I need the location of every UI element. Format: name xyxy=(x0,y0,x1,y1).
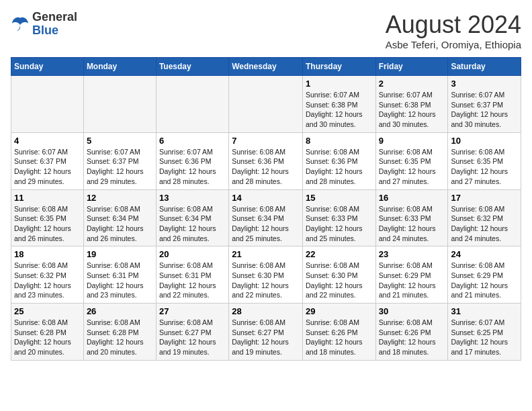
day-info: Sunrise: 6:07 AMSunset: 6:37 PMDaylight:… xyxy=(87,147,153,187)
title-block: August 2024 Asbe Teferi, Oromiya, Ethiop… xyxy=(386,11,521,50)
day-number: 19 xyxy=(87,249,153,259)
calendar-cell: 9Sunrise: 6:08 AMSunset: 6:35 PMDaylight… xyxy=(375,132,448,189)
day-number: 24 xyxy=(451,249,518,259)
day-info: Sunrise: 6:08 AMSunset: 6:29 PMDaylight:… xyxy=(379,261,445,300)
logo-general: General xyxy=(32,11,77,24)
day-info: Sunrise: 6:08 AMSunset: 6:27 PMDaylight:… xyxy=(232,318,300,357)
calendar-cell xyxy=(83,76,156,133)
day-info: Sunrise: 6:08 AMSunset: 6:28 PMDaylight:… xyxy=(87,318,153,357)
day-info: Sunrise: 6:08 AMSunset: 6:29 PMDaylight:… xyxy=(451,261,518,300)
day-number: 25 xyxy=(14,306,81,316)
location: Asbe Teferi, Oromiya, Ethiopia xyxy=(386,39,521,50)
logo-bird-icon xyxy=(11,15,30,34)
calendar-cell: 27Sunrise: 6:08 AMSunset: 6:27 PMDayligh… xyxy=(156,304,228,361)
day-number: 27 xyxy=(159,306,226,316)
day-number: 10 xyxy=(451,136,518,146)
day-number: 7 xyxy=(232,136,300,146)
day-number: 26 xyxy=(87,306,153,316)
calendar-cell: 21Sunrise: 6:08 AMSunset: 6:30 PMDayligh… xyxy=(229,246,303,304)
calendar-cell: 6Sunrise: 6:07 AMSunset: 6:36 PMDaylight… xyxy=(156,132,228,189)
calendar-cell: 14Sunrise: 6:08 AMSunset: 6:34 PMDayligh… xyxy=(229,189,303,246)
calendar-cell: 19Sunrise: 6:08 AMSunset: 6:31 PMDayligh… xyxy=(83,246,156,304)
day-number: 18 xyxy=(14,249,81,259)
calendar-cell: 29Sunrise: 6:08 AMSunset: 6:26 PMDayligh… xyxy=(302,304,375,361)
logo-text: General Blue xyxy=(32,11,77,38)
calendar-week-row: 4Sunrise: 6:07 AMSunset: 6:37 PMDaylight… xyxy=(11,132,521,189)
day-number: 29 xyxy=(306,306,373,316)
calendar-cell: 7Sunrise: 6:08 AMSunset: 6:36 PMDaylight… xyxy=(229,132,303,189)
calendar-cell: 10Sunrise: 6:08 AMSunset: 6:35 PMDayligh… xyxy=(448,132,521,189)
calendar-table: SundayMondayTuesdayWednesdayThursdayFrid… xyxy=(11,57,521,361)
day-info: Sunrise: 6:08 AMSunset: 6:35 PMDaylight:… xyxy=(14,204,81,244)
day-info: Sunrise: 6:08 AMSunset: 6:26 PMDaylight:… xyxy=(306,318,373,357)
day-info: Sunrise: 6:07 AMSunset: 6:37 PMDaylight:… xyxy=(451,90,518,130)
month-title: August 2024 xyxy=(386,11,521,39)
calendar-cell xyxy=(229,76,303,133)
day-number: 22 xyxy=(306,249,373,259)
day-info: Sunrise: 6:08 AMSunset: 6:32 PMDaylight:… xyxy=(14,261,81,300)
calendar-cell: 3Sunrise: 6:07 AMSunset: 6:37 PMDaylight… xyxy=(448,76,521,133)
calendar-cell: 20Sunrise: 6:08 AMSunset: 6:31 PMDayligh… xyxy=(156,246,228,304)
logo-blue: Blue xyxy=(32,24,77,38)
calendar-cell: 5Sunrise: 6:07 AMSunset: 6:37 PMDaylight… xyxy=(83,132,156,189)
day-number: 4 xyxy=(14,136,81,146)
day-number: 13 xyxy=(159,193,226,203)
day-number: 11 xyxy=(14,193,81,203)
day-info: Sunrise: 6:08 AMSunset: 6:33 PMDaylight:… xyxy=(306,204,373,244)
day-number: 2 xyxy=(379,79,445,89)
calendar-cell: 22Sunrise: 6:08 AMSunset: 6:30 PMDayligh… xyxy=(302,246,375,304)
day-info: Sunrise: 6:07 AMSunset: 6:37 PMDaylight:… xyxy=(14,147,81,187)
day-info: Sunrise: 6:08 AMSunset: 6:27 PMDaylight:… xyxy=(159,318,226,357)
header-wednesday: Wednesday xyxy=(229,58,303,76)
day-info: Sunrise: 6:08 AMSunset: 6:26 PMDaylight:… xyxy=(379,318,445,357)
day-info: Sunrise: 6:08 AMSunset: 6:32 PMDaylight:… xyxy=(451,204,518,244)
day-number: 17 xyxy=(451,193,518,203)
day-number: 6 xyxy=(159,136,226,146)
day-info: Sunrise: 6:08 AMSunset: 6:30 PMDaylight:… xyxy=(232,261,300,300)
day-number: 14 xyxy=(232,193,300,203)
day-info: Sunrise: 6:08 AMSunset: 6:36 PMDaylight:… xyxy=(306,147,373,187)
day-info: Sunrise: 6:08 AMSunset: 6:34 PMDaylight:… xyxy=(159,204,226,244)
calendar-cell xyxy=(11,76,84,133)
day-info: Sunrise: 6:08 AMSunset: 6:28 PMDaylight:… xyxy=(14,318,81,357)
calendar-week-row: 11Sunrise: 6:08 AMSunset: 6:35 PMDayligh… xyxy=(11,189,521,246)
calendar-cell: 11Sunrise: 6:08 AMSunset: 6:35 PMDayligh… xyxy=(11,189,84,246)
day-number: 9 xyxy=(379,136,445,146)
calendar-cell: 23Sunrise: 6:08 AMSunset: 6:29 PMDayligh… xyxy=(375,246,448,304)
day-number: 31 xyxy=(451,306,518,316)
calendar-cell: 4Sunrise: 6:07 AMSunset: 6:37 PMDaylight… xyxy=(11,132,84,189)
day-number: 8 xyxy=(306,136,373,146)
day-number: 15 xyxy=(306,193,373,203)
logo: General Blue xyxy=(11,11,77,38)
day-number: 3 xyxy=(451,79,518,89)
day-info: Sunrise: 6:07 AMSunset: 6:36 PMDaylight:… xyxy=(159,147,226,187)
day-number: 16 xyxy=(379,193,445,203)
calendar-cell: 25Sunrise: 6:08 AMSunset: 6:28 PMDayligh… xyxy=(11,304,84,361)
day-number: 30 xyxy=(379,306,445,316)
calendar-header-row: SundayMondayTuesdayWednesdayThursdayFrid… xyxy=(11,58,521,76)
calendar-cell: 2Sunrise: 6:07 AMSunset: 6:38 PMDaylight… xyxy=(375,76,448,133)
calendar-cell: 26Sunrise: 6:08 AMSunset: 6:28 PMDayligh… xyxy=(83,304,156,361)
calendar-cell: 31Sunrise: 6:07 AMSunset: 6:25 PMDayligh… xyxy=(448,304,521,361)
day-info: Sunrise: 6:08 AMSunset: 6:31 PMDaylight:… xyxy=(87,261,153,300)
calendar-cell: 28Sunrise: 6:08 AMSunset: 6:27 PMDayligh… xyxy=(229,304,303,361)
header-saturday: Saturday xyxy=(448,58,521,76)
calendar-cell: 16Sunrise: 6:08 AMSunset: 6:33 PMDayligh… xyxy=(375,189,448,246)
day-number: 1 xyxy=(306,79,373,89)
day-number: 20 xyxy=(159,249,226,259)
calendar-cell: 24Sunrise: 6:08 AMSunset: 6:29 PMDayligh… xyxy=(448,246,521,304)
day-number: 23 xyxy=(379,249,445,259)
day-info: Sunrise: 6:08 AMSunset: 6:31 PMDaylight:… xyxy=(159,261,226,300)
header-sunday: Sunday xyxy=(11,58,84,76)
page-header: General Blue August 2024 Asbe Teferi, Or… xyxy=(11,11,521,50)
calendar-cell: 1Sunrise: 6:07 AMSunset: 6:38 PMDaylight… xyxy=(302,76,375,133)
day-info: Sunrise: 6:07 AMSunset: 6:38 PMDaylight:… xyxy=(379,90,445,130)
day-number: 12 xyxy=(87,193,153,203)
day-info: Sunrise: 6:08 AMSunset: 6:36 PMDaylight:… xyxy=(232,147,300,187)
day-number: 21 xyxy=(232,249,300,259)
day-info: Sunrise: 6:07 AMSunset: 6:25 PMDaylight:… xyxy=(451,318,518,357)
calendar-cell: 18Sunrise: 6:08 AMSunset: 6:32 PMDayligh… xyxy=(11,246,84,304)
header-tuesday: Tuesday xyxy=(156,58,228,76)
day-info: Sunrise: 6:08 AMSunset: 6:34 PMDaylight:… xyxy=(87,204,153,244)
calendar-cell: 12Sunrise: 6:08 AMSunset: 6:34 PMDayligh… xyxy=(83,189,156,246)
